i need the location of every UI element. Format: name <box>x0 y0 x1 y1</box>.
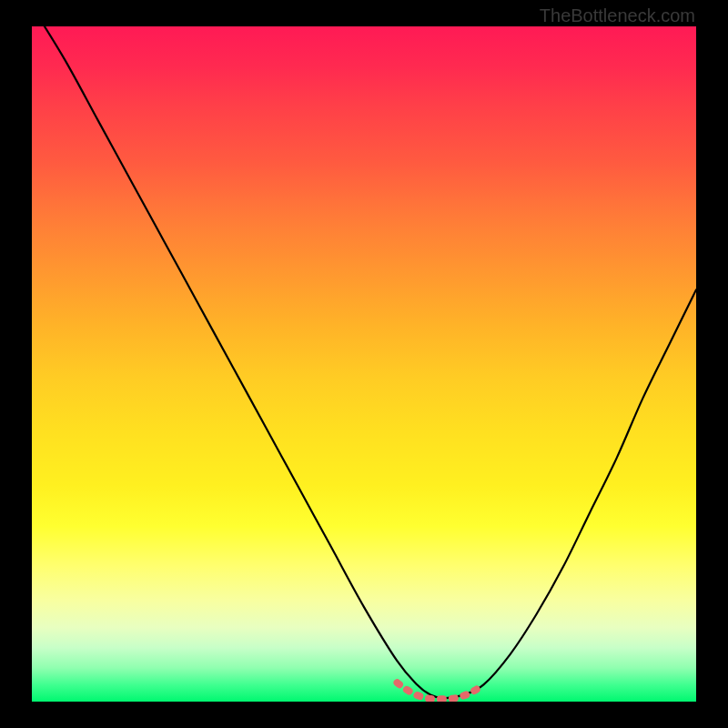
chart-canvas: TheBottleneck.com <box>0 0 728 728</box>
curve-layer <box>32 26 696 702</box>
plot-area <box>32 26 696 702</box>
optimal-range-marker <box>398 682 484 699</box>
bottleneck-curve <box>32 26 696 698</box>
watermark-text: TheBottleneck.com <box>540 5 695 26</box>
